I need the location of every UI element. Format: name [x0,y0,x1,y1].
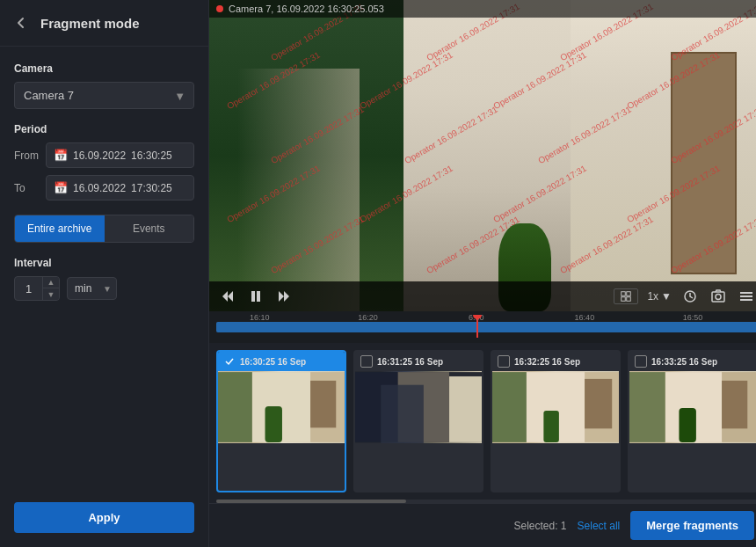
timeline-inner[interactable]: 16:10 16:20 6:30 16:40 16:50 [216,315,756,339]
merge-fragments-button[interactable]: Merge fragments [630,511,754,540]
interval-value: 1 [15,281,42,297]
speed-value: 1x [647,290,658,303]
bottom-bar: Selected: 1 Select all Merge fragments [209,503,756,547]
svg-rect-14 [740,295,752,297]
stepper-arrows: ▲ ▼ [42,277,59,300]
svg-point-12 [716,295,721,300]
svg-rect-13 [740,292,752,294]
fragment-header-2: 16:31:25 16 Sep [355,352,482,371]
fragment-checkbox-4[interactable] [635,355,647,368]
svg-rect-3 [257,291,260,302]
svg-rect-27 [492,372,527,442]
pause-button[interactable] [246,287,265,306]
recording-indicator [216,5,223,12]
scroll-indicator [216,500,756,503]
svg-rect-17 [218,372,252,442]
interval-label: Interval [14,257,194,269]
fragment-card-4[interactable]: 16:33:25 16 Sep [628,350,756,492]
svg-rect-9 [627,297,631,302]
stepper-up-button[interactable]: ▲ [43,277,59,288]
to-time: 17:30:25 [131,182,172,194]
from-row: From 📅 16.09.2022 16:30:25 [14,142,194,168]
select-all-button[interactable]: Select all [578,520,621,532]
tab-events[interactable]: Events [105,215,194,242]
svg-rect-34 [722,381,747,428]
tick-1610: 16:10 [250,315,270,322]
tab-entire-archive[interactable]: Entire archive [15,215,105,242]
svg-rect-35 [679,408,695,442]
from-datetime-field[interactable]: 📅 16.09.2022 16:30:25 [46,142,194,168]
fragments-area: 16:30:25 16 Sep 16:31:25 16 Sep [209,343,756,503]
svg-marker-1 [228,291,233,302]
step-back-button[interactable] [218,287,237,306]
svg-rect-11 [712,292,724,302]
from-date: 16.09.2022 [73,150,126,162]
left-panel: Fragment mode Camera Camera 7 Camera 1 C… [0,0,209,547]
fragment-card-3[interactable]: 16:32:25 16 Sep [491,350,621,492]
apply-button[interactable]: Apply [14,502,194,533]
period-section-label: Period [14,123,194,135]
to-date: 16.09.2022 [73,182,126,194]
unit-select[interactable]: min sec hour [67,277,117,300]
fragment-card-2[interactable]: 16:31:25 16 Sep [353,350,483,492]
timeline-active-region [216,322,756,332]
to-datetime-field[interactable]: 📅 16.09.2022 17:30:25 [46,175,194,201]
svg-marker-5 [284,291,289,302]
camera-select-wrapper: Camera 7 Camera 1 Camera 2 ▼ [14,82,194,109]
speed-chevron-icon: ▼ [661,290,672,303]
calendar-icon-2: 📅 [54,181,68,194]
interval-stepper[interactable]: 1 ▲ ▼ [14,276,60,301]
to-row: To 📅 16.09.2022 17:30:25 [14,175,194,201]
fragment-time-2: 16:31:25 16 Sep [377,357,443,367]
fragment-checkbox-1[interactable] [223,355,236,368]
svg-rect-2 [251,291,255,302]
svg-marker-0 [222,291,228,302]
back-button[interactable] [11,12,32,33]
sync-button[interactable] [680,287,700,306]
fragment-time-1: 16:30:25 16 Sep [240,357,306,367]
tick-1640: 16:40 [575,315,595,322]
svg-rect-30 [543,411,559,442]
fragments-scroll[interactable]: 16:30:25 16 Sep 16:31:25 16 Sep [216,350,756,496]
tick-1650: 16:50 [683,315,703,322]
selected-count: Selected: 1 [514,520,567,532]
right-panel: Operator 16.09.2022 17:31 Operator 16.09… [209,0,756,547]
interval-row: 1 ▲ ▼ min sec hour ▼ [14,276,194,301]
timeline-bar[interactable]: 16:10 16:20 6:30 16:40 16:50 [209,311,756,343]
timeline-cursor[interactable] [476,315,478,338]
fragment-header-1: 16:30:25 16 Sep [218,352,345,371]
from-label: From [14,150,39,162]
video-controls: 1x ▼ [209,281,756,311]
fragment-thumb-2 [355,371,482,443]
step-forward-button[interactable] [274,287,294,306]
menu-button[interactable] [737,287,756,306]
to-label: To [14,182,39,194]
svg-rect-6 [622,292,626,296]
grid-layout-button[interactable] [614,288,638,304]
video-title: Camera 7, 16.09.2022 16:30:25.053 [229,4,384,14]
fragment-thumb-4 [629,371,756,443]
stepper-down-button[interactable]: ▼ [43,288,59,300]
fragment-time-3: 16:32:25 16 Sep [514,357,580,367]
snapshot-button[interactable] [709,287,728,306]
page-title: Fragment mode [40,16,140,31]
svg-rect-19 [310,381,336,428]
fragment-card-1[interactable]: 16:30:25 16 Sep [216,350,346,492]
camera-section-label: Camera [14,62,194,75]
calendar-icon: 📅 [54,149,68,162]
camera-select[interactable]: Camera 7 Camera 1 Camera 2 [14,82,194,109]
panel-body: Camera Camera 7 Camera 1 Camera 2 ▼ Peri… [0,47,208,502]
video-area: Operator 16.09.2022 17:31 Operator 16.09… [209,0,756,343]
svg-rect-25 [381,385,424,443]
timeline-track [216,322,756,332]
fragment-checkbox-3[interactable] [498,355,510,368]
fragment-thumb-1 [218,371,345,443]
svg-rect-24 [449,376,482,442]
speed-control[interactable]: 1x ▼ [647,290,672,303]
svg-rect-15 [740,299,752,301]
scene-door [671,52,738,275]
scene-wall-left [237,69,360,311]
archive-tab-group: Entire archive Events [14,215,194,243]
fragment-checkbox-2[interactable] [360,355,373,368]
svg-marker-4 [279,291,284,302]
